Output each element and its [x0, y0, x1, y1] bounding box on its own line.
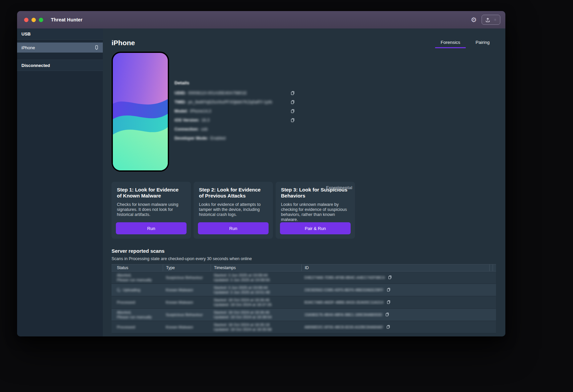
scan-id: 15A9EE76-4B44-48FA-98E1-189C84AB0030 — [304, 313, 382, 317]
close-window-button[interactable] — [24, 18, 28, 22]
device-details: Details UDID: 00008110-001A35E40A79801E … — [174, 52, 295, 172]
titlebar: Threat Hunter ⚙ ✳ — [17, 11, 505, 28]
table-row: Processed Known Malware Started: 18 Oct … — [112, 296, 496, 309]
run-known-malware-button[interactable]: Run — [116, 222, 187, 234]
detail-row-model: Model: iPhone14,3 — [174, 106, 295, 115]
settings-gear-icon[interactable]: ⚙ — [471, 16, 477, 23]
spinner-icon — [117, 288, 121, 292]
detail-label: Model: — [174, 109, 188, 113]
step-description: Looks for unknown malware by checking fo… — [281, 202, 350, 222]
detail-value: 16.3 — [201, 118, 209, 123]
detail-row-ios-version: iOS Version: 16.3 — [174, 115, 295, 125]
column-header-type: Type — [163, 264, 211, 271]
step-description: Checks for known malware using signature… — [117, 202, 186, 217]
main-content: Forensics Pairing iPhone — [103, 28, 505, 336]
scan-id: B34C7A80-A6DF-48BE-8433-2EA00C11A314 — [304, 300, 383, 304]
table-row: Processed Known Malware Started: 18 Oct … — [112, 321, 496, 333]
tab-pairing[interactable]: Pairing — [467, 38, 499, 48]
window-title: Threat Hunter — [51, 17, 82, 22]
scan-id: D4E274A8-7DB5-4F6B-8B4C-A4EC742F98C4 — [304, 276, 385, 280]
upload-icon[interactable] — [485, 17, 490, 22]
scan-status: Uploading — [112, 288, 163, 292]
step-card-known-malware: Step 1: Look for Evidence of Known Malwa… — [112, 182, 191, 239]
detail-value: Enabled — [210, 136, 226, 141]
zoom-window-button[interactable] — [39, 18, 43, 22]
scan-status: Aborted, Please run manually — [112, 310, 163, 320]
disconnected-section-label: Disconnected — [21, 63, 50, 68]
detail-label: TMID: — [174, 100, 186, 104]
copy-icon[interactable] — [386, 287, 391, 293]
scrollbar-gutter — [493, 264, 496, 271]
sparkle-icon: ✳ — [494, 18, 497, 22]
copy-icon[interactable] — [386, 300, 391, 305]
scans-heading: Server reported scans — [112, 248, 496, 254]
scan-type: Suspicious Behaviour — [163, 313, 211, 317]
scan-type: Suspicious Behaviour — [163, 276, 211, 280]
phone-wallpaper — [113, 53, 168, 170]
scan-timestamps: Started: 18 Oct 2024 at 18:35:18 Updated… — [211, 322, 301, 332]
scan-type: Known Malware — [163, 288, 211, 292]
scans-table: Status Type Timestamps ID Aborted, Pleas… — [112, 264, 496, 333]
scan-timestamps: Started: 18 Oct 2024 at 18:36:46 Updated… — [211, 310, 301, 320]
detail-label: Connection: — [174, 127, 199, 132]
step-title: Step 1: Look for Evidence of Known Malwa… — [117, 187, 184, 199]
detail-value: usb — [201, 127, 208, 132]
step-description: Looks for evidence of attempts to tamper… — [199, 202, 268, 217]
sidebar-item-iphone[interactable]: iPhone — [17, 43, 103, 53]
pair-and-run-button[interactable]: Pair & Run — [280, 222, 351, 234]
scan-status: Processed — [112, 325, 163, 329]
step-card-previous-attacks: Step 2: Look for Evidence of Previous At… — [194, 182, 273, 239]
copy-icon[interactable] — [290, 108, 295, 113]
run-previous-attacks-button[interactable]: Run — [198, 222, 269, 234]
detail-value: pn_8wMYq5ZtuVksPFX0jbbh7KZq0aRY-1pWAQ — [188, 100, 272, 104]
copy-icon[interactable] — [290, 117, 295, 123]
phone-usb-icon — [94, 45, 99, 50]
copy-icon[interactable] — [386, 324, 390, 330]
detail-value: iPhone14,3 — [190, 109, 211, 113]
detail-row-developer-mode: Developer Mode: Enabled — [174, 134, 295, 143]
minimize-window-button[interactable] — [31, 18, 36, 22]
scan-id: 23C6D562-C085-42F5-8EF6-4BE02AEE29FF — [304, 288, 383, 292]
scan-steps: Step 1: Look for Evidence of Known Malwa… — [112, 182, 496, 239]
detail-row-connection: Connection: usb — [174, 125, 295, 134]
detail-label: iOS Version: — [174, 118, 199, 123]
scan-timestamps: Started: 3 Jun 2025 at 19:08:44 Updated:… — [211, 285, 301, 295]
sidebar: USB iPhone Disconnected — [17, 28, 103, 336]
step-title: Step 2: Look for Evidence of Previous At… — [199, 187, 266, 199]
scan-id: A8068D2C-6F55-48C8-8230-A32BC84A84AF — [304, 325, 383, 329]
scan-timestamps: Started: 3 Jun 2025 at 19:08:44 Updated:… — [211, 273, 301, 283]
detail-row-udid: UDID: 00008110-001A35E40A79801E — [174, 88, 295, 97]
scans-note: Scans in Processing state are checked-up… — [112, 256, 496, 261]
copy-icon[interactable] — [290, 90, 295, 95]
column-header-timestamps: Timestamps — [211, 264, 301, 271]
table-row: Aborted, Please run manually Suspicious … — [112, 309, 496, 321]
detail-label: Developer Mode: — [174, 136, 208, 141]
table-row: Uploading Known Malware Started: 3 Jun 2… — [112, 284, 496, 296]
sidebar-section-disconnected: Disconnected — [17, 60, 103, 71]
detail-row-tmid: TMID: pn_8wMYq5ZtuVksPFX0jbbh7KZq0aRY-1p… — [174, 97, 295, 106]
device-screenshot — [112, 52, 169, 172]
scan-type: Known Malware — [163, 325, 211, 329]
scan-type: Known Malware — [163, 300, 211, 304]
detail-label: UDID: — [174, 91, 186, 95]
tab-forensics[interactable]: Forensics — [434, 38, 467, 48]
scan-status: Aborted, Please run manually — [112, 273, 163, 283]
step-card-suspicious-behaviors: Experimental Step 3: Look for Suspicious… — [276, 182, 355, 239]
experimental-badge: Experimental — [326, 185, 352, 190]
details-heading: Details — [174, 80, 295, 85]
scrollbar-gutter — [489, 264, 493, 271]
detail-value: 00008110-001A35E40A79801E — [188, 91, 247, 95]
copy-icon[interactable] — [385, 312, 389, 317]
app-window: Threat Hunter ⚙ ✳ USB iPhone — [17, 11, 505, 336]
update-control[interactable]: ✳ — [482, 15, 500, 25]
scans-table-header: Status Type Timestamps ID — [112, 264, 496, 271]
table-row: Aborted, Please run manually Suspicious … — [112, 271, 496, 284]
copy-icon[interactable] — [388, 275, 392, 280]
copy-icon[interactable] — [290, 99, 295, 104]
column-header-status: Status — [112, 264, 163, 271]
usb-section-label: USB — [21, 31, 30, 36]
scan-timestamps: Started: 18 Oct 2024 at 18:36:46 Updated… — [211, 298, 301, 307]
iphone-item-label: iPhone — [21, 45, 35, 50]
tab-bar: Forensics Pairing — [434, 38, 499, 48]
column-header-id: ID — [301, 264, 489, 271]
